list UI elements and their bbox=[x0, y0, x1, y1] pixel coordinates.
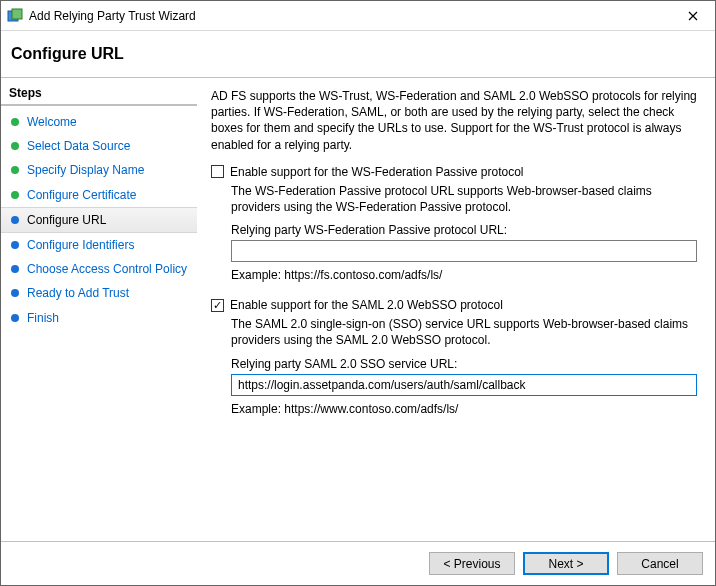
wizard-icon bbox=[7, 8, 23, 24]
wizard-footer: < Previous Next > Cancel bbox=[1, 541, 715, 585]
wsfed-section: Enable support for the WS-Federation Pas… bbox=[211, 165, 701, 282]
step-item[interactable]: Finish bbox=[1, 306, 197, 330]
steps-sidebar: Steps WelcomeSelect Data SourceSpecify D… bbox=[1, 78, 197, 541]
window-title: Add Relying Party Trust Wizard bbox=[29, 9, 671, 23]
saml-url-label: Relying party SAML 2.0 SSO service URL: bbox=[231, 357, 701, 371]
step-item[interactable]: Configure Identifiers bbox=[1, 233, 197, 257]
intro-text: AD FS supports the WS-Trust, WS-Federati… bbox=[211, 88, 701, 153]
step-label: Specify Display Name bbox=[27, 162, 144, 178]
wizard-header: Configure URL bbox=[1, 31, 715, 78]
step-bullet-icon bbox=[11, 241, 19, 249]
wsfed-url-input[interactable] bbox=[231, 240, 697, 262]
step-bullet-icon bbox=[11, 289, 19, 297]
wsfed-checkbox[interactable] bbox=[211, 165, 224, 178]
saml-section: Enable support for the SAML 2.0 WebSSO p… bbox=[211, 298, 701, 415]
page-title: Configure URL bbox=[11, 45, 705, 63]
step-bullet-icon bbox=[11, 314, 19, 322]
previous-button[interactable]: < Previous bbox=[429, 552, 515, 575]
step-label: Welcome bbox=[27, 114, 77, 130]
saml-checkbox-label: Enable support for the SAML 2.0 WebSSO p… bbox=[230, 298, 503, 312]
cancel-button[interactable]: Cancel bbox=[617, 552, 703, 575]
main-panel: AD FS supports the WS-Trust, WS-Federati… bbox=[197, 78, 715, 541]
step-bullet-icon bbox=[11, 265, 19, 273]
step-label: Configure URL bbox=[27, 212, 106, 228]
wizard-body: Steps WelcomeSelect Data SourceSpecify D… bbox=[1, 78, 715, 541]
saml-checkbox[interactable] bbox=[211, 299, 224, 312]
step-item[interactable]: Welcome bbox=[1, 110, 197, 134]
close-button[interactable] bbox=[671, 1, 715, 30]
step-item[interactable]: Ready to Add Trust bbox=[1, 281, 197, 305]
titlebar: Add Relying Party Trust Wizard bbox=[1, 1, 715, 31]
wsfed-checkbox-label: Enable support for the WS-Federation Pas… bbox=[230, 165, 523, 179]
step-item[interactable]: Specify Display Name bbox=[1, 158, 197, 182]
saml-url-input[interactable] bbox=[231, 374, 697, 396]
step-bullet-icon bbox=[11, 142, 19, 150]
step-item[interactable]: Configure Certificate bbox=[1, 183, 197, 207]
step-label: Configure Identifiers bbox=[27, 237, 134, 253]
saml-description: The SAML 2.0 single-sign-on (SSO) servic… bbox=[231, 316, 701, 348]
step-bullet-icon bbox=[11, 166, 19, 174]
saml-example: Example: https://www.contoso.com/adfs/ls… bbox=[231, 402, 701, 416]
step-bullet-icon bbox=[11, 216, 19, 224]
step-item[interactable]: Select Data Source bbox=[1, 134, 197, 158]
step-item[interactable]: Configure URL bbox=[1, 207, 197, 233]
svg-rect-1 bbox=[12, 9, 22, 19]
wsfed-example: Example: https://fs.contoso.com/adfs/ls/ bbox=[231, 268, 701, 282]
wsfed-description: The WS-Federation Passive protocol URL s… bbox=[231, 183, 701, 215]
step-bullet-icon bbox=[11, 118, 19, 126]
wsfed-url-label: Relying party WS-Federation Passive prot… bbox=[231, 223, 701, 237]
step-label: Finish bbox=[27, 310, 59, 326]
step-label: Select Data Source bbox=[27, 138, 130, 154]
step-label: Configure Certificate bbox=[27, 187, 136, 203]
step-bullet-icon bbox=[11, 191, 19, 199]
step-item[interactable]: Choose Access Control Policy bbox=[1, 257, 197, 281]
step-label: Ready to Add Trust bbox=[27, 285, 129, 301]
next-button[interactable]: Next > bbox=[523, 552, 609, 575]
step-label: Choose Access Control Policy bbox=[27, 261, 187, 277]
steps-heading: Steps bbox=[1, 84, 197, 106]
